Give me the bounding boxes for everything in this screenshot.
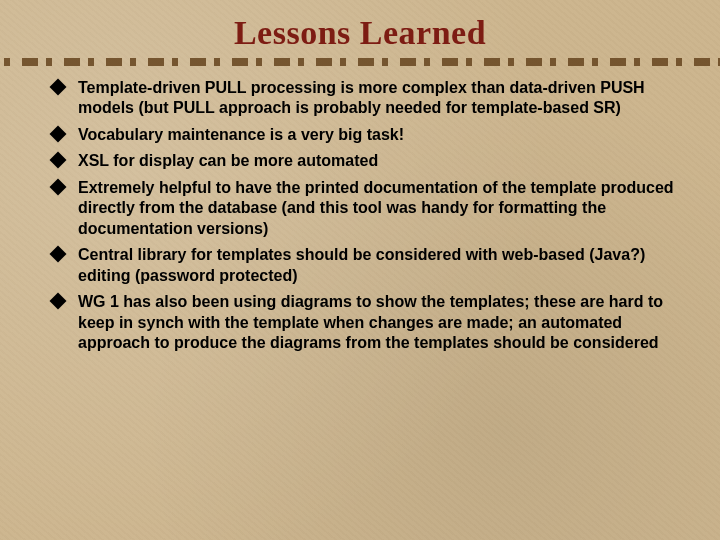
diamond-bullet-icon: [50, 178, 67, 195]
bullet-text: Central library for templates should be …: [78, 246, 645, 283]
diamond-bullet-icon: [50, 246, 67, 263]
slide-title: Lessons Learned: [28, 14, 692, 52]
bullet-list: Template-driven PULL processing is more …: [28, 78, 692, 360]
diamond-bullet-icon: [50, 152, 67, 169]
list-item: XSL for display can be more automated: [52, 151, 688, 177]
bullet-text: Vocabulary maintenance is a very big tas…: [78, 126, 404, 143]
list-item: Template-driven PULL processing is more …: [52, 78, 688, 125]
bullet-text: WG 1 has also been using diagrams to sho…: [78, 293, 663, 351]
diamond-bullet-icon: [50, 79, 67, 96]
slide: Lessons Learned Template-driven PULL pro…: [0, 0, 720, 380]
list-item: Vocabulary maintenance is a very big tas…: [52, 125, 688, 151]
title-divider: [0, 58, 720, 66]
diamond-bullet-icon: [50, 125, 67, 142]
list-item: Extremely helpful to have the printed do…: [52, 178, 688, 245]
bullet-text: Template-driven PULL processing is more …: [78, 79, 645, 116]
bullet-text: Extremely helpful to have the printed do…: [78, 179, 674, 237]
list-item: WG 1 has also been using diagrams to sho…: [52, 292, 688, 359]
diamond-bullet-icon: [50, 293, 67, 310]
bullet-text: XSL for display can be more automated: [78, 152, 378, 169]
list-item: Central library for templates should be …: [52, 245, 688, 292]
